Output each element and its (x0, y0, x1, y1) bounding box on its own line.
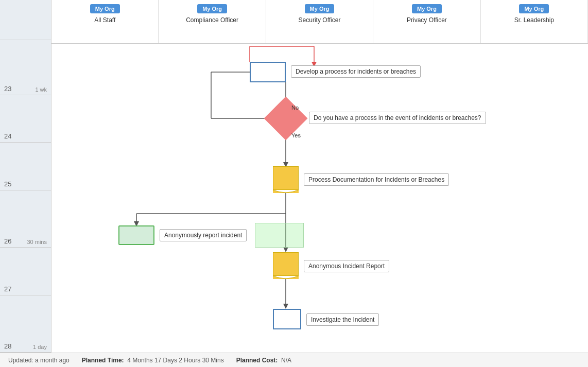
status-bar: Updated: a month ago Planned Time: 4 Mon… (0, 353, 588, 367)
no-label: No (291, 104, 299, 111)
planned-cost-section: Planned Cost: N/A (236, 357, 291, 364)
timeline-row-28: 281 day (0, 295, 51, 353)
left-timeline: 231 wk24252630 mins27281 day (0, 0, 51, 353)
timeline-header (0, 0, 51, 40)
swimlane-header-0: My Org All Staff (51, 0, 159, 43)
updated-text: Updated: a month ago (8, 357, 70, 364)
diagram-content[interactable]: My Org All Staff My Org Compliance Offic… (51, 0, 588, 353)
timeline-label: 25 (4, 180, 11, 188)
swimlane-badge-1: My Org (197, 4, 227, 13)
timeline-label: 24 (4, 132, 11, 140)
timeline-row-26: 2630 mins (0, 190, 51, 248)
timeline-sublabel: 1 wk (35, 86, 47, 93)
doc-shape-icon (273, 166, 299, 193)
anon-doc-shape-icon (273, 252, 299, 279)
anon-incident-report-label: Anonymous Incident Report (304, 260, 389, 272)
process-doc-label: Process Documentation for Incidents or B… (304, 173, 449, 186)
swimlane-badge-0: My Org (90, 4, 120, 13)
swimlane-highlight-green (255, 223, 304, 248)
swimlane-badge-3: My Org (412, 4, 442, 13)
timeline-label: 28 (4, 342, 11, 350)
investigate-label: Investigate the Incident (306, 313, 379, 326)
anon-report-action-label: Anonymously report incident (160, 229, 247, 241)
svg-rect-19 (273, 166, 299, 190)
planned-cost-value: N/A (281, 357, 291, 364)
swimlane-name-0: All Staff (92, 16, 117, 24)
planned-time-value: 4 Months 17 Days 2 Hours 30 Mins (127, 357, 223, 364)
timeline-row-25: 25 (0, 143, 51, 190)
swimlane-badge-4: My Org (519, 4, 549, 13)
develop-process-label: Develop a process for incidents or breac… (291, 65, 421, 78)
timeline-sublabel: 30 mins (27, 239, 47, 245)
swimlane-header-3: My Org Privacy Officer (373, 0, 480, 43)
swimlane-name-3: Privacy Officer (405, 16, 449, 24)
timeline-row-24: 24 (0, 95, 51, 143)
timeline-sublabel: 1 day (33, 344, 47, 350)
anon-report-action-box[interactable] (118, 225, 154, 245)
planned-time-section: Planned Time: 4 Months 17 Days 2 Hours 3… (82, 357, 224, 364)
main-container: 231 wk24252630 mins27281 day My Org All … (0, 0, 588, 367)
anon-incident-doc-shape[interactable] (273, 252, 299, 279)
swimlane-name-1: Compliance Officer (184, 16, 240, 24)
timeline-row-23: 231 wk (0, 40, 51, 95)
investigate-box[interactable] (273, 309, 301, 329)
timeline-label: 26 (4, 237, 11, 245)
decision-label: Do you have a process in the event of in… (309, 112, 486, 124)
swimlane-header-2: My Org Security Officer (266, 0, 373, 43)
flow-elements: Develop a process for incidents or breac… (51, 44, 588, 353)
yes-label: Yes (291, 132, 301, 138)
swimlane-badge-2: My Org (305, 4, 335, 13)
planned-cost-label: Planned Cost: (236, 357, 278, 364)
timeline-row-27: 27 (0, 248, 51, 295)
swimlane-name-4: Sr. Leadership (512, 16, 556, 24)
process-doc-shape[interactable] (273, 166, 299, 193)
swimlane-header-1: My Org Compliance Officer (159, 0, 266, 43)
planned-time-label: Planned Time: (82, 357, 124, 364)
timeline-label: 27 (4, 285, 11, 293)
diagram-area: 231 wk24252630 mins27281 day My Org All … (0, 0, 588, 353)
develop-process-box[interactable] (250, 62, 286, 82)
timeline-label: 23 (4, 85, 11, 93)
swimlane-header-4: My Org Sr. Leadership (481, 0, 588, 43)
decision-diamond[interactable] (264, 97, 308, 141)
swimlanes-header: My Org All Staff My Org Compliance Offic… (51, 0, 588, 44)
swimlane-name-2: Security Officer (297, 16, 343, 24)
svg-rect-20 (273, 252, 299, 276)
